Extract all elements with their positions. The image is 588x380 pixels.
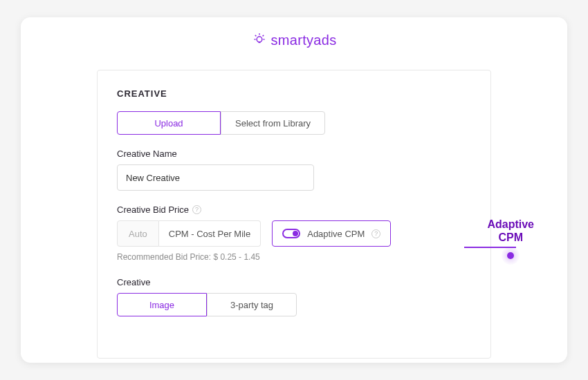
creative-type-tabs: Image 3-party tag <box>117 293 471 316</box>
brand-logo: smartyads <box>21 31 567 49</box>
tab-third-party-tag[interactable]: 3-party tag <box>207 293 297 316</box>
creative-type-label: Creative <box>117 277 471 287</box>
bid-model-select[interactable]: CPM - Cost Per Mile <box>159 220 261 247</box>
adaptive-cpm-label: Adaptive CPM <box>307 229 365 239</box>
info-icon[interactable]: ? <box>192 205 201 214</box>
bid-price-label: Creative Bid Price ? <box>117 205 471 215</box>
toggle-icon <box>282 229 300 238</box>
tab-upload[interactable]: Upload <box>117 111 221 135</box>
adaptive-cpm-toggle[interactable]: Adaptive CPM ? <box>272 220 391 247</box>
recommended-bid-text: Recommended Bid Price: $ 0.25 - 1.45 <box>117 252 471 262</box>
bid-price-group: Auto CPM - Cost Per Mile <box>117 220 261 247</box>
lightbulb-icon <box>252 31 267 49</box>
creative-name-input[interactable] <box>117 164 314 191</box>
callout-annotation: Adaptive CPM <box>487 218 534 265</box>
svg-line-3 <box>262 35 264 36</box>
logo-text: smartyads <box>271 32 337 48</box>
source-tabs: Upload Select from Library <box>117 111 471 135</box>
creative-name-label: Creative Name <box>117 149 471 159</box>
tab-image[interactable]: Image <box>117 293 207 316</box>
info-icon[interactable]: ? <box>371 229 380 238</box>
svg-line-2 <box>255 35 256 36</box>
callout-dot-icon <box>502 247 520 265</box>
svg-point-0 <box>257 37 262 42</box>
creative-panel: CREATIVE Upload Select from Library Crea… <box>97 70 491 359</box>
bid-auto-box: Auto <box>117 220 159 247</box>
section-title: CREATIVE <box>117 88 471 99</box>
tab-select-from-library[interactable]: Select from Library <box>221 111 325 135</box>
